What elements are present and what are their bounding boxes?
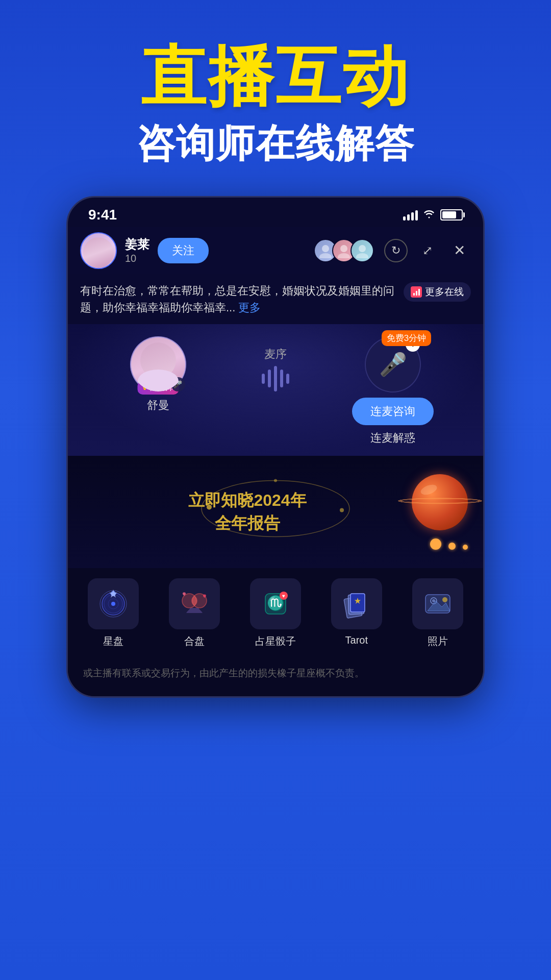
voice-speakers: v 咨询师 🎤 舒曼 麦序: [83, 336, 468, 446]
star-chart-icon: [98, 589, 129, 619]
online-badge: 更多在线: [404, 282, 471, 302]
stream-description: 有时在治愈，常常在帮助，总是在安慰，婚姻状况及婚姻里的问题，助你幸福幸福助你幸福…: [68, 274, 483, 324]
free-badge: 免费3分钟: [382, 330, 431, 346]
astro-dice-label: 占星骰子: [255, 634, 296, 648]
tarot-icon: [341, 589, 372, 619]
headline-section: 直播互动 咨询师在线解答: [0, 0, 551, 170]
wave-bar: [268, 370, 271, 387]
tool-astro-dice[interactable]: ♏ ♥ 占星骰子: [242, 578, 309, 648]
annual-report-section: 立即知晓2024年 全年报告: [68, 456, 483, 568]
close-button[interactable]: ✕: [447, 239, 471, 262]
battery-icon: [440, 209, 463, 220]
wave-bars: [262, 366, 289, 391]
tarot-icon-box: [331, 578, 382, 629]
svg-point-5: [356, 253, 368, 258]
streamer-name: 姜莱: [125, 236, 149, 253]
planet-decoration: [412, 474, 468, 550]
synastry-icon: [179, 589, 210, 619]
svg-point-0: [322, 245, 329, 252]
viewer-avatar: [350, 239, 374, 262]
star-chart-label: 星盘: [103, 634, 123, 648]
mic-add-wrap: 🎤 + 免费3分钟: [365, 336, 421, 393]
headline-sub: 咨询师在线解答: [0, 118, 551, 170]
streamer-avatar: [80, 232, 117, 269]
status-icons: [403, 208, 463, 222]
planet-dot-large: [430, 538, 441, 550]
svg-rect-24: [350, 594, 365, 612]
main-speaker-avatar: [130, 336, 186, 393]
report-title-line1: 立即知晓2024年: [83, 489, 412, 512]
tool-tarot[interactable]: Tarot: [323, 578, 390, 648]
add-mic-slot: 🎤 + 免费3分钟 连麦咨询 连麦解惑: [347, 336, 439, 446]
svg-point-2: [340, 245, 347, 252]
voice-section: v 咨询师 🎤 舒曼 麦序: [68, 324, 483, 456]
wave-bar: [286, 374, 289, 384]
streamer-info: 姜莱 10: [125, 236, 149, 264]
tool-star-chart[interactable]: 星盘: [80, 578, 146, 648]
disclaimer: 或主播有联系或交易行为，由此产生的的损失橡子星座概不负责。: [68, 660, 483, 696]
tool-synastry[interactable]: 合盘: [161, 578, 228, 648]
headline-main: 直播互动: [0, 41, 551, 113]
main-speaker-slot: v 咨询师 🎤 舒曼: [112, 336, 204, 413]
synastry-label: 合盘: [184, 634, 205, 648]
more-link[interactable]: 更多: [238, 301, 261, 314]
svg-point-28: [442, 597, 447, 602]
svg-point-4: [359, 245, 366, 252]
disclaimer-text: 或主播有联系或交易行为，由此产生的的损失橡子星座概不负责。: [83, 666, 468, 681]
connect-button[interactable]: 连麦咨询: [352, 398, 434, 425]
bottom-toolbar: 星盘 合盘: [68, 568, 483, 660]
photo-icon: [422, 589, 453, 619]
status-bar: 9:41: [68, 198, 483, 227]
signal-icon: [403, 209, 418, 220]
planet-dot-small: [463, 545, 468, 550]
connect-label: 连麦解惑: [370, 430, 415, 446]
viewer-avatars: [319, 239, 374, 262]
planet-dot-medium: [448, 543, 456, 550]
voice-waves: 麦序: [262, 336, 289, 391]
wave-bar: [274, 366, 277, 391]
astro-dice-icon-box: ♏ ♥: [250, 578, 301, 629]
speaker-avatar-wrap: v 咨询师 🎤: [130, 336, 186, 393]
stream-header: 姜莱 10 关注 ↻ ⤢ ✕: [68, 227, 483, 274]
planet-dots: [412, 538, 468, 550]
status-time: 9:41: [88, 207, 117, 223]
report-title-line2: 全年报告: [83, 512, 412, 535]
report-text: 立即知晓2024年 全年报告: [83, 489, 412, 535]
astro-dice-icon: ♏ ♥: [260, 589, 291, 619]
tarot-label: Tarot: [345, 634, 368, 646]
svg-point-9: [274, 479, 277, 482]
svg-point-1: [319, 253, 332, 258]
svg-text:♥: ♥: [282, 593, 285, 599]
refresh-button[interactable]: ↻: [384, 239, 408, 262]
minimize-button[interactable]: ⤢: [416, 239, 439, 262]
description-text: 有时在治愈，常常在帮助，总是在安慰，婚姻状况及婚姻里的问题，助你幸福幸福助你幸福…: [80, 282, 397, 316]
phone-mockup: 9:41 姜莱 10: [66, 196, 485, 698]
photo-icon-box: [412, 578, 463, 629]
star-chart-icon-box: [88, 578, 139, 629]
wave-bar: [262, 374, 265, 384]
tool-photo[interactable]: 照片: [405, 578, 471, 648]
main-speaker-name: 舒曼: [147, 398, 169, 413]
synastry-icon-box: [169, 578, 220, 629]
online-icon: [411, 286, 422, 298]
wave-bar: [280, 370, 283, 387]
queue-label: 麦序: [264, 347, 287, 362]
svg-point-3: [338, 253, 350, 258]
follow-button[interactable]: 关注: [158, 238, 209, 263]
online-text: 更多在线: [425, 285, 464, 299]
photo-label: 照片: [428, 634, 448, 648]
streamer-count: 10: [125, 253, 149, 264]
wifi-icon: [423, 208, 435, 222]
svg-point-15: [111, 602, 115, 606]
